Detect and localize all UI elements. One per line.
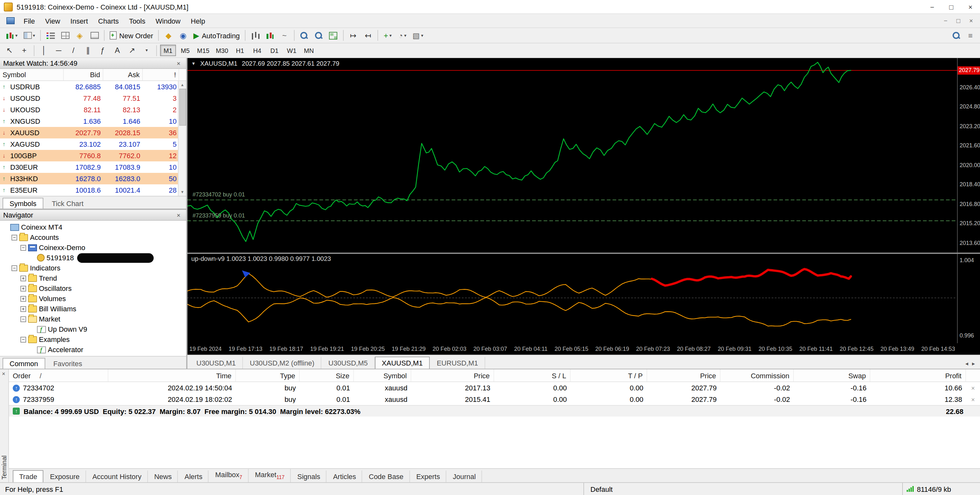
navigator-item-up-down-v9[interactable]: Up Down V9 [0, 324, 186, 334]
order-row[interactable]: ↑723379592024.02.19 18:02:02buy0.01xauus… [9, 393, 980, 405]
navigator-item-volumes[interactable]: +Volumes [0, 293, 186, 304]
market-watch-scrollbar[interactable]: ▲ ▼ [178, 81, 186, 196]
timeframe-m5[interactable]: M5 [177, 45, 193, 56]
market-watch-row[interactable]: ↑USDRUB82.688584.081513930 [0, 81, 186, 92]
navigator-item-market[interactable]: −Market [0, 314, 186, 324]
status-profile[interactable]: Default [584, 483, 902, 495]
menu-tools[interactable]: Tools [124, 15, 151, 27]
cursor-tool-button[interactable]: ↖ [3, 44, 17, 57]
terminal-tab-exposure[interactable]: Exposure [44, 470, 86, 482]
timeframe-m30[interactable]: M30 [213, 45, 231, 56]
orders-column-header-s-l-6[interactable]: S / L [494, 369, 571, 382]
orders-column-header-price-8[interactable]: Price [647, 369, 721, 382]
navigator-item-bill-williams[interactable]: +Bill Williams [0, 304, 186, 314]
time-axis[interactable]: 19 Feb 202419 Feb 17:1319 Feb 18:1719 Fe… [188, 343, 957, 355]
indicators-button[interactable]: +▾ [381, 29, 395, 42]
navigator-item-indicators[interactable]: −Indicators [0, 263, 186, 273]
market-watch-row[interactable]: ↓100GBP7760.87762.012 [0, 150, 186, 161]
metaeditor-button[interactable]: ◆ [161, 29, 175, 42]
expand-icon[interactable]: + [21, 296, 26, 301]
collapse-icon[interactable]: − [21, 316, 26, 322]
auto-scroll-button[interactable]: ↦ [346, 29, 360, 42]
new-chart-button[interactable]: ▾ [3, 29, 20, 42]
pane-separator[interactable] [188, 253, 980, 254]
line-chart-button[interactable]: ~ [277, 29, 291, 42]
navigator-item-trend[interactable]: +Trend [0, 273, 186, 283]
zoom-in-button[interactable] [297, 29, 311, 42]
chart-tabs-scroll-left-icon[interactable]: ◂ [965, 360, 968, 367]
timeframe-mn[interactable]: MN [301, 45, 317, 56]
scroll-track[interactable] [178, 89, 186, 188]
expand-icon[interactable]: + [21, 285, 26, 291]
menu-file[interactable]: File [19, 15, 40, 27]
close-position-button[interactable]: × [966, 396, 980, 403]
column-header-ask[interactable]: Ask [103, 69, 143, 80]
column-header-bid[interactable]: Bid [64, 69, 103, 80]
market-watch-close-icon[interactable]: × [174, 60, 183, 67]
navigator-item-accounts[interactable]: −Accounts [0, 232, 186, 242]
column-header-spread[interactable]: ! [143, 69, 179, 80]
orders-column-header-size-3[interactable]: Size [300, 369, 354, 382]
terminal-tab-mailbox[interactable]: Mailbox7 [209, 468, 249, 482]
column-header-symbol[interactable]: Symbol [0, 69, 64, 80]
fibonacci-tool-button[interactable]: ƒ [95, 44, 110, 57]
orders-column-header-type-2[interactable]: Type [236, 369, 300, 382]
collapse-icon[interactable]: − [11, 265, 17, 271]
terminal-close-icon[interactable]: × [2, 371, 5, 377]
tile-windows-button[interactable] [326, 29, 340, 42]
expand-icon[interactable]: + [21, 275, 26, 281]
trendline-tool-button[interactable]: / [66, 44, 80, 57]
orders-column-header-price-5[interactable]: Price [411, 369, 494, 382]
status-connection[interactable]: 81146/9 kb [902, 483, 980, 495]
menu-view[interactable]: View [40, 15, 65, 27]
chart-shift-button[interactable]: ↤ [361, 29, 375, 42]
child-restore-button[interactable]: □ [952, 17, 965, 24]
main-chart-canvas[interactable] [188, 58, 957, 253]
terminal-tab-journal[interactable]: Journal [446, 470, 482, 482]
timeframe-h4[interactable]: H4 [249, 45, 265, 56]
orders-column-header-swap-10[interactable]: Swap [794, 369, 870, 382]
scroll-up-icon[interactable]: ▲ [178, 81, 186, 89]
orders-column-header-symbol-4[interactable]: Symbol [354, 369, 411, 382]
menu-insert[interactable]: Insert [65, 15, 93, 27]
timeframe-w1[interactable]: W1 [284, 45, 300, 56]
shapes-dropdown-button[interactable]: ▾ [140, 44, 154, 57]
chart-tabs-scroll-right-icon[interactable]: ▸ [972, 360, 975, 367]
bar-chart-button[interactable] [248, 29, 262, 42]
timeframe-h1[interactable]: H1 [232, 45, 248, 56]
menu-charts[interactable]: Charts [93, 15, 124, 27]
market-watch-row[interactable]: ↑XNGUSD1.6361.64610 [0, 115, 186, 127]
child-minimize-button[interactable]: − [939, 17, 952, 24]
arrow-tool-button[interactable]: ↗ [125, 44, 139, 57]
market-watch-row[interactable]: ↓XAUUSD2027.792028.1536 [0, 127, 186, 138]
profiles-button[interactable]: ▾ [21, 29, 38, 42]
order-row[interactable]: ↑723347022024.02.19 14:50:04buy0.01xauus… [9, 382, 980, 393]
menu-window[interactable]: Window [151, 15, 186, 27]
expert-advisors-button[interactable]: ◉ [176, 29, 190, 42]
close-button[interactable]: × [961, 0, 980, 13]
minimize-button[interactable]: − [923, 0, 942, 13]
terminal-tab-signals[interactable]: Signals [291, 470, 326, 482]
orders-column-header-time-1[interactable]: Time [108, 369, 236, 382]
collapse-icon[interactable]: − [21, 336, 26, 342]
price-axis[interactable]: 2027.79 2026.402024.802023.202021.602020… [957, 58, 980, 343]
expand-icon[interactable]: + [21, 306, 26, 312]
crosshair-tool-button[interactable]: + [17, 44, 31, 57]
terminal-tab-trade[interactable]: Trade [13, 470, 44, 482]
candlestick-chart-button[interactable] [263, 29, 277, 42]
new-order-button[interactable]: New Order [107, 29, 156, 42]
navigator-tab-common[interactable]: Common [3, 358, 45, 369]
navigator-item-5191918[interactable]: 5191918 [0, 253, 186, 263]
data-window-toggle[interactable] [58, 29, 72, 42]
scroll-down-icon[interactable]: ▼ [178, 188, 186, 196]
market-watch-row[interactable]: ↑E35EUR10018.610021.428 [0, 185, 186, 196]
channel-tool-button[interactable]: ∥ [81, 44, 95, 57]
orders-column-header-order-0[interactable]: Order/ [9, 369, 108, 382]
maximize-button[interactable]: □ [942, 0, 961, 13]
terminal-tab-market[interactable]: Market117 [249, 468, 291, 482]
indicator-canvas[interactable] [188, 254, 957, 343]
scroll-thumb[interactable] [179, 89, 186, 126]
terminal-tab-code-base[interactable]: Code Base [363, 470, 410, 482]
market-watch-row[interactable]: ↓USOUSD77.4877.513 [0, 92, 186, 104]
orders-column-header-t-p-7[interactable]: T / P [571, 369, 647, 382]
